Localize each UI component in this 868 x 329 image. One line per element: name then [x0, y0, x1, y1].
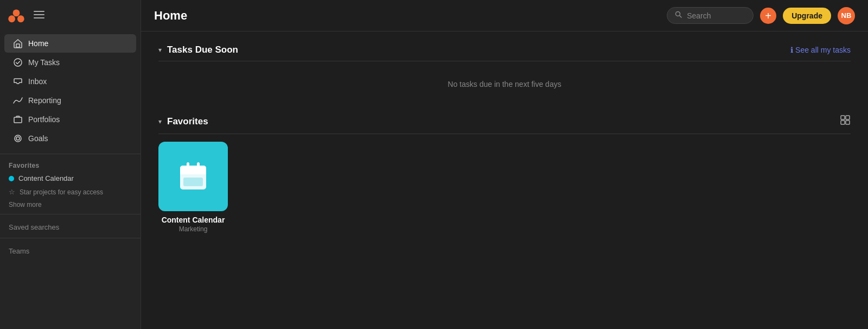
sidebar-item-my-tasks[interactable]: My Tasks	[4, 53, 136, 72]
favorites-section-header: ▾ Favorites	[158, 115, 851, 134]
search-icon	[675, 11, 682, 20]
favorites-section-title: Favorites	[167, 116, 208, 127]
svg-point-0	[13, 9, 20, 16]
favorites-item-content-calendar[interactable]: Content Calendar	[0, 172, 141, 185]
favorites-label: Favorites	[0, 157, 141, 172]
add-button[interactable]: +	[760, 8, 776, 24]
svg-point-9	[16, 137, 20, 140]
svg-rect-5	[34, 17, 44, 18]
page-title-text: Home	[154, 9, 187, 22]
search-bar[interactable]: Search	[667, 7, 754, 24]
sidebar-item-home-label: Home	[28, 39, 48, 48]
nav-divider	[0, 154, 141, 154]
star-projects-item[interactable]: ☆ Star projects for easy access	[0, 185, 141, 199]
favorites-content-section: ▾ Favorites	[158, 115, 851, 233]
svg-rect-18	[180, 170, 206, 174]
svg-rect-6	[16, 44, 20, 47]
svg-point-10	[15, 135, 21, 142]
see-all-label: See all my tasks	[795, 46, 851, 54]
sidebar-item-portfolios-label: Portfolios	[28, 115, 60, 124]
sidebar-item-reporting-label: Reporting	[28, 96, 61, 105]
tasks-collapse-icon[interactable]: ▾	[158, 46, 162, 54]
favorites-collapse-icon[interactable]: ▾	[158, 118, 162, 125]
dot-icon	[9, 176, 14, 181]
info-icon: ℹ	[790, 46, 793, 54]
see-all-tasks-link[interactable]: ℹ See all my tasks	[790, 46, 851, 54]
avatar[interactable]: NB	[838, 7, 855, 24]
svg-rect-3	[34, 11, 44, 12]
asana-logo[interactable]	[8, 7, 25, 24]
favorites-item-label: Content Calendar	[18, 174, 74, 182]
svg-point-7	[14, 59, 22, 66]
sidebar: Home My Tasks Inbox	[0, 0, 141, 329]
goals-icon	[13, 134, 23, 143]
sidebar-item-goals[interactable]: Goals	[4, 129, 136, 148]
show-more-button[interactable]: Show more	[0, 199, 141, 211]
svg-rect-13	[846, 116, 850, 119]
favorites-grid: Content Calendar Marketing	[158, 142, 851, 233]
svg-rect-4	[34, 14, 44, 15]
reporting-icon	[13, 96, 23, 105]
saved-searches-divider	[0, 238, 141, 238]
project-card-name: Content Calendar	[158, 216, 228, 224]
sidebar-item-portfolios[interactable]: Portfolios	[4, 110, 136, 129]
sidebar-item-inbox[interactable]: Inbox	[4, 72, 136, 91]
star-projects-label: Star projects for easy access	[20, 188, 103, 196]
star-icon: ☆	[9, 188, 15, 196]
sidebar-item-goals-label: Goals	[28, 134, 48, 143]
favorites-section: Favorites Content Calendar ☆ Star projec…	[0, 157, 141, 211]
saved-searches-header[interactable]: Saved searches	[0, 218, 141, 235]
upgrade-button[interactable]: Upgrade	[783, 8, 831, 24]
topbar-right: Search + Upgrade NB	[667, 7, 855, 24]
check-circle-icon	[13, 58, 23, 67]
tasks-section-title-left: ▾ Tasks Due Soon	[158, 45, 238, 55]
sidebar-item-my-tasks-label: My Tasks	[28, 58, 60, 67]
svg-point-11	[676, 12, 680, 16]
svg-rect-14	[841, 121, 845, 124]
portfolios-icon	[13, 115, 23, 124]
search-text: Search	[687, 11, 711, 20]
main: Home Search + Upgrade NB ▾	[141, 0, 868, 329]
teams-header[interactable]: Teams	[0, 242, 141, 258]
svg-point-1	[8, 15, 15, 22]
tasks-section-header: ▾ Tasks Due Soon ℹ See all my tasks	[158, 45, 851, 61]
page-title: Home	[154, 9, 187, 23]
favorites-section-title-left: ▾ Favorites	[158, 116, 208, 127]
nav-section: Home My Tasks Inbox	[0, 31, 141, 150]
inbox-icon	[13, 77, 23, 86]
svg-rect-8	[14, 117, 22, 123]
svg-rect-15	[846, 121, 850, 124]
tasks-due-soon-section: ▾ Tasks Due Soon ℹ See all my tasks No t…	[158, 45, 851, 99]
grid-view-icon[interactable]	[840, 115, 851, 128]
svg-rect-19	[187, 162, 189, 170]
svg-point-2	[17, 15, 24, 22]
topbar: Home Search + Upgrade NB	[141, 0, 868, 31]
tasks-section-title: Tasks Due Soon	[167, 45, 238, 55]
sidebar-item-reporting[interactable]: Reporting	[4, 91, 136, 110]
svg-rect-21	[183, 178, 203, 186]
svg-rect-20	[197, 162, 200, 170]
sidebar-item-home[interactable]: Home	[4, 34, 136, 53]
home-icon	[13, 39, 23, 48]
project-card-content-calendar[interactable]: Content Calendar Marketing	[158, 142, 228, 233]
svg-rect-12	[841, 116, 845, 119]
sidebar-item-inbox-label: Inbox	[28, 77, 47, 86]
project-card-team: Marketing	[158, 225, 228, 233]
project-card-thumbnail	[158, 142, 228, 211]
sidebar-top	[0, 0, 141, 31]
tasks-empty-message: No tasks due in the next five days	[158, 69, 851, 99]
content: ▾ Tasks Due Soon ℹ See all my tasks No t…	[141, 31, 868, 329]
hamburger-icon[interactable]	[34, 9, 44, 23]
favorites-divider	[0, 214, 141, 214]
